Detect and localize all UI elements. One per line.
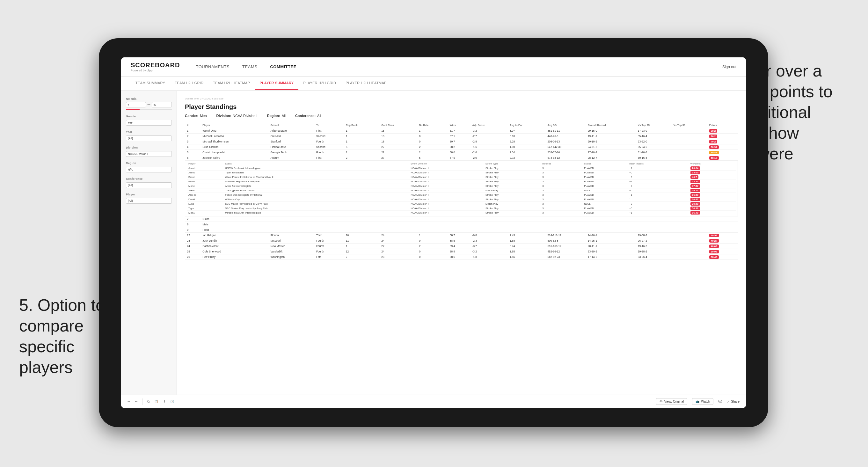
share-icon: ↗ bbox=[727, 400, 729, 403]
nav-teams[interactable]: TEAMS bbox=[242, 63, 257, 71]
nav-sign-out[interactable]: Sign out bbox=[722, 65, 736, 69]
sub-nav-team-summary[interactable]: TEAM SUMMARY bbox=[131, 76, 170, 90]
no-rds-min-input[interactable] bbox=[126, 102, 146, 107]
sub-nav-player-summary[interactable]: PLAYER SUMMARY bbox=[255, 76, 298, 90]
inner-table-row: Jake I The Cypress Point Classic NCAA Di… bbox=[187, 188, 736, 193]
inner-points-7: 16.50 bbox=[690, 193, 700, 197]
inner-table-row: Alex C Fallen Oak Collegiate Invitationa… bbox=[187, 193, 736, 197]
filter-region: Region: All bbox=[267, 114, 286, 118]
sidebar-division-label: Division bbox=[126, 146, 172, 149]
sidebar-region-select[interactable]: N/A All bbox=[126, 167, 172, 173]
sidebar-conference-label: Conference bbox=[126, 177, 172, 180]
sub-nav-team-h2h-grid[interactable]: TEAM H2H GRID bbox=[170, 76, 208, 90]
inner-points-4: 73.23 bbox=[690, 180, 700, 183]
sidebar-no-rds: No Rds. – bbox=[126, 97, 172, 110]
sidebar-player-select[interactable]: (All) bbox=[126, 198, 172, 204]
points-badge-1[interactable]: 98.2 bbox=[709, 129, 717, 133]
outer-wrapper: 4. Hover over a player's points to see a… bbox=[0, 0, 868, 467]
watch-label: Watch bbox=[701, 400, 710, 403]
redo-btn[interactable]: ↪ bbox=[135, 400, 137, 403]
col-vs50: Vs Top 50 bbox=[672, 122, 707, 128]
sidebar-gender-select[interactable]: Men Women bbox=[126, 120, 172, 126]
tablet-frame: SCOREBOARD Powered by clippi TOURNAMENTS… bbox=[99, 38, 768, 427]
col-reg-rank: Reg Rank bbox=[344, 122, 379, 128]
sidebar-conference: Conference (All) ACC SEC bbox=[126, 177, 172, 188]
table-row: 23 Jack Lundin Missouri Fourth 11 24 0 8… bbox=[185, 238, 738, 244]
sidebar-region-label: Region bbox=[126, 162, 172, 165]
sidebar-year-select[interactable]: (All) 2024 2023 bbox=[126, 135, 172, 141]
watch-btn[interactable]: 📺 Watch bbox=[692, 398, 713, 405]
toolbar-divider-1 bbox=[142, 399, 143, 405]
table-row: 3 Michael Thorbjornsen Stanford Fourth 1… bbox=[185, 139, 738, 145]
paste-btn[interactable]: 📋 bbox=[154, 400, 158, 403]
content-title: Player Standings bbox=[185, 103, 738, 111]
sidebar-conference-select[interactable]: (All) ACC SEC bbox=[126, 182, 172, 188]
points-badge-26[interactable]: 38.49 bbox=[709, 255, 719, 259]
table-row: 8 Mats bbox=[185, 222, 738, 227]
sub-nav-player-h2h-grid[interactable]: PLAYER H2H GRID bbox=[298, 76, 341, 90]
col-points: Points bbox=[707, 122, 738, 128]
logo-sub: Powered by clippi bbox=[131, 69, 180, 72]
feedback-btn[interactable]: 💬 bbox=[718, 400, 722, 403]
points-badge-5[interactable]: 60.89 bbox=[709, 151, 719, 154]
sidebar-year-label: Year bbox=[126, 130, 172, 133]
inner-table-row: Matt1 Mirabel Maui Jim Intercollegiate N… bbox=[187, 211, 736, 215]
share-btn[interactable]: ↗ Share bbox=[727, 400, 740, 403]
inner-points-11: 66.40 bbox=[690, 211, 700, 215]
inner-points-8: 30.47 bbox=[690, 198, 700, 201]
sidebar-year: Year (All) 2024 2023 bbox=[126, 130, 172, 141]
inner-table-body: Jacob UNCW Seahawk Intercollegiate NCAA … bbox=[187, 166, 736, 215]
share-label: Share bbox=[731, 400, 740, 403]
sub-nav-team-h2h-heatmap[interactable]: TEAM H2H HEATMAP bbox=[208, 76, 255, 90]
inner-table-row: Tiger SEC Stroke Play hosted by Jerry Pa… bbox=[187, 206, 736, 211]
clock-btn[interactable]: 🕐 bbox=[170, 400, 174, 403]
inner-points-1: 20.64 bbox=[690, 166, 700, 170]
sidebar-range: – bbox=[126, 102, 172, 107]
points-badge-2[interactable]: 76.2 bbox=[709, 134, 717, 138]
content-panel: Update time: 27/01/2024 16:56:26 Player … bbox=[177, 91, 746, 395]
inner-table-row: Marie Amer An Intercollegiate NCAA Divis… bbox=[187, 184, 736, 188]
points-badge-3[interactable]: 70.2 bbox=[709, 140, 717, 144]
slider-bar bbox=[126, 109, 172, 110]
update-time: Update time: 27/01/2024 16:56:26 bbox=[185, 97, 738, 100]
annotation-left-text: 5. Option to compare specific players bbox=[19, 296, 105, 376]
col-player: Player bbox=[200, 122, 269, 128]
filter-row: Gender: Men Division: NCAA Division I Re… bbox=[185, 114, 738, 118]
sidebar-division-select[interactable]: NCAA Division I NCAA Division II bbox=[126, 151, 172, 157]
table-row: 9 Prest bbox=[185, 227, 738, 233]
table-row: 2 Michael La Sasso Ole Miss Second 1 18 … bbox=[185, 133, 738, 139]
nav-committee[interactable]: COMMITTEE bbox=[270, 63, 297, 71]
table-row: 5 Christo Lamprecht Georgia Tech Fourth … bbox=[185, 150, 738, 155]
table-row: 25 Cole Sherwood Vanderbilt Fourth 12 24… bbox=[185, 249, 738, 254]
table-body: 1 Wenyi Ding Arizona State First 1 15 1 … bbox=[185, 128, 738, 260]
sub-nav: TEAM SUMMARY TEAM H2H GRID TEAM H2H HEAT… bbox=[121, 76, 746, 91]
points-badge-6[interactable]: 58.18 bbox=[709, 156, 719, 160]
expanded-detail-header: Player Event Event Division Event Type R… bbox=[185, 161, 738, 216]
col-adj-score: Adj. Score bbox=[470, 122, 507, 128]
sub-nav-player-h2h-heatmap[interactable]: PLAYER H2H HEATMAP bbox=[341, 76, 391, 90]
table-row: 24 Bastien Amat New Mexico Fourth 1 27 2… bbox=[185, 244, 738, 249]
points-badge-24[interactable]: 40.02 bbox=[709, 245, 719, 248]
points-badge-4[interactable]: 60.94 bbox=[709, 145, 719, 149]
view-original-btn[interactable]: 👁 View: Original bbox=[656, 398, 688, 405]
inner-table-head: Player Event Event Division Event Type R… bbox=[187, 162, 736, 166]
standings-table: # Player School Yr Reg Rank Conf Rank No… bbox=[185, 122, 738, 260]
points-badge-22[interactable]: 40.56 bbox=[709, 234, 719, 237]
table-row: 6 Jackson Koivu Auburn First 2 27 5 87.5… bbox=[185, 155, 738, 161]
undo-btn[interactable]: ↩ bbox=[127, 400, 130, 403]
filter-division: Division: NCAA Division I bbox=[216, 114, 257, 118]
download-btn[interactable]: ⬇ bbox=[163, 400, 165, 403]
points-badge-23[interactable]: 40.27 bbox=[709, 239, 719, 243]
inner-table-row: David Williams Cup NCAA Division I Strok… bbox=[187, 197, 736, 202]
sidebar-gender: Gender Men Women bbox=[126, 115, 172, 126]
sidebar-division: Division NCAA Division I NCAA Division I… bbox=[126, 146, 172, 157]
col-avg-topar: Avg to-Par bbox=[508, 122, 546, 128]
no-rds-max-input[interactable] bbox=[152, 102, 172, 107]
col-yr: Yr bbox=[314, 122, 344, 128]
points-badge-25[interactable]: 39.95 bbox=[709, 250, 719, 253]
main-content: No Rds. – Gender Men bbox=[121, 91, 746, 395]
copy-btn[interactable]: ⧉ bbox=[147, 400, 150, 404]
table-row: 26 Petr Hruby Washington Fifth 7 23 0 68… bbox=[185, 254, 738, 260]
nav-tournaments[interactable]: TOURNAMENTS bbox=[196, 63, 229, 71]
inner-table-row: Jacob UNCW Seahawk Intercollegiate NCAA … bbox=[187, 166, 736, 170]
